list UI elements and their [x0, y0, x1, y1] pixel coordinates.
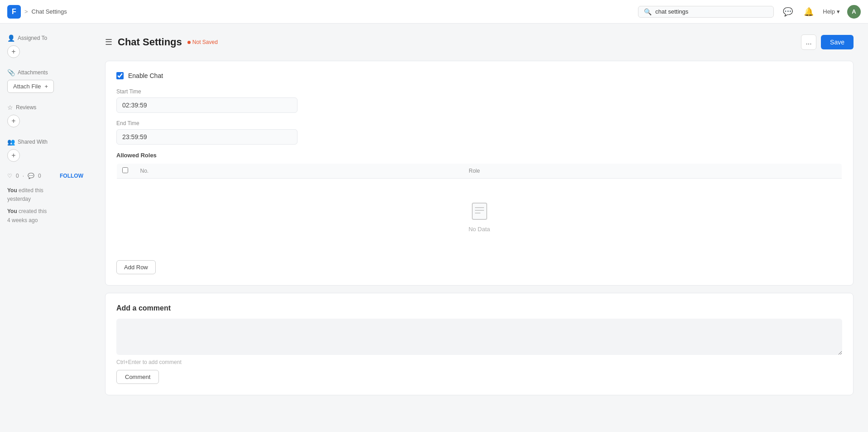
not-saved-dot: [187, 41, 191, 44]
assigned-to-title: 👤 Assigned To: [7, 34, 83, 42]
roles-table-header-row: No. Role: [117, 164, 842, 179]
comment-title: Add a comment: [116, 304, 842, 312]
start-time-input[interactable]: [116, 97, 297, 113]
start-time-label: Start Time: [116, 88, 842, 95]
avatar[interactable]: A: [847, 5, 861, 19]
chat-icon-btn[interactable]: 💬: [781, 5, 795, 19]
search-bar[interactable]: 🔍: [638, 6, 774, 18]
assigned-to-label: Assigned To: [18, 35, 47, 41]
sidebar-section-attachments: 📎 Attachments Attach File +: [7, 69, 83, 93]
not-saved-badge: Not Saved: [187, 39, 218, 45]
attach-file-label: Attach File: [13, 83, 41, 90]
add-row-button[interactable]: Add Row: [116, 260, 156, 274]
more-options-button[interactable]: ...: [801, 34, 816, 50]
search-icon: 🔍: [644, 8, 652, 15]
reviews-label: Reviews: [16, 104, 36, 111]
reviews-title: ☆ Reviews: [7, 104, 83, 111]
shared-with-label: Shared With: [18, 139, 48, 145]
add-review-button[interactable]: +: [7, 115, 20, 127]
topnav-left: F > Chat Settings: [7, 5, 638, 19]
enable-chat-label: Enable Chat: [128, 72, 163, 79]
comment-icon: 💬: [28, 173, 34, 179]
topnav: F > Chat Settings 🔍 💬 🔔 Help ▾ A: [0, 0, 868, 24]
no-data-label: No Data: [469, 226, 490, 233]
add-shared-with-button[interactable]: +: [7, 149, 20, 162]
roles-table: No. Role: [116, 163, 842, 255]
comments-count: 0: [38, 173, 41, 179]
svg-rect-0: [472, 203, 487, 219]
attach-file-button[interactable]: Attach File +: [7, 80, 54, 93]
enable-chat-row: Enable Chat: [116, 72, 842, 79]
page-wrapper: 👤 Assigned To + 📎 Attachments Attach Fil…: [0, 24, 868, 432]
help-label: Help: [823, 8, 835, 15]
select-all-checkbox[interactable]: [122, 167, 128, 173]
notification-icon-btn[interactable]: 🔔: [802, 5, 815, 19]
shared-with-title: 👥 Shared With: [7, 138, 83, 146]
no-col-header: No.: [135, 164, 464, 179]
created-text: You created this4 weeks ago: [7, 207, 83, 224]
end-time-input[interactable]: [116, 129, 297, 145]
enable-chat-checkbox[interactable]: [116, 72, 124, 79]
add-assigned-to-button[interactable]: +: [7, 45, 20, 58]
page-header-right: ... Save: [801, 34, 854, 50]
sidebar-section-assigned-to: 👤 Assigned To +: [7, 34, 83, 58]
sidebar: 👤 Assigned To + 📎 Attachments Attach Fil…: [0, 24, 91, 432]
roles-table-body: No Data: [117, 179, 842, 255]
group-icon: 👥: [7, 138, 15, 146]
no-data-area: No Data: [122, 182, 836, 251]
not-saved-label: Not Saved: [192, 39, 218, 45]
comment-button[interactable]: Comment: [116, 370, 159, 384]
sidebar-section-shared-with: 👥 Shared With +: [7, 138, 83, 162]
chevron-down-icon: ▾: [837, 8, 840, 15]
paperclip-icon: 📎: [7, 69, 15, 76]
breadcrumb-title: Chat Settings: [32, 8, 67, 15]
heart-icon: ♡: [7, 173, 12, 179]
page-header: ☰ Chat Settings Not Saved ... Save: [105, 34, 854, 50]
page-header-left: ☰ Chat Settings Not Saved: [105, 36, 218, 48]
form-card: Enable Chat Start Time End Time Allowed …: [105, 61, 854, 286]
no-data-cell: No Data: [117, 179, 842, 255]
comment-hint: Ctrl+Enter to add comment: [116, 359, 842, 365]
role-col-header: Role: [463, 164, 842, 179]
no-data-icon: [469, 200, 490, 222]
save-button[interactable]: Save: [821, 35, 854, 49]
page-title: Chat Settings: [118, 36, 182, 48]
follow-button[interactable]: FOLLOW: [60, 173, 83, 179]
comment-card: Add a comment Ctrl+Enter to add comment …: [105, 293, 854, 395]
breadcrumb-separator: >: [24, 8, 28, 15]
checkbox-col-header: [117, 164, 135, 179]
roles-table-head: No. Role: [117, 164, 842, 179]
comment-textarea[interactable]: [116, 319, 842, 355]
person-icon: 👤: [7, 34, 15, 42]
app-icon[interactable]: F: [7, 5, 21, 19]
activity-separator: ·: [23, 173, 24, 179]
main-area: ☰ Chat Settings Not Saved ... Save Enabl…: [91, 24, 868, 432]
hamburger-icon[interactable]: ☰: [105, 37, 112, 47]
activity-row: ♡ 0 · 💬 0 FOLLOW: [7, 173, 83, 179]
search-input[interactable]: [655, 8, 768, 15]
allowed-roles-label: Allowed Roles: [116, 152, 842, 159]
attachments-title: 📎 Attachments: [7, 69, 83, 76]
attach-plus-icon: +: [44, 83, 48, 90]
topnav-right: 💬 🔔 Help ▾ A: [781, 5, 861, 19]
sidebar-section-reviews: ☆ Reviews +: [7, 104, 83, 127]
end-time-label: End Time: [116, 120, 842, 126]
attachments-label: Attachments: [18, 69, 48, 76]
likes-count: 0: [16, 173, 19, 179]
edited-text: You edited thisyesterday: [7, 186, 83, 204]
no-data-row: No Data: [117, 179, 842, 255]
help-button[interactable]: Help ▾: [823, 8, 840, 15]
star-icon: ☆: [7, 104, 13, 111]
